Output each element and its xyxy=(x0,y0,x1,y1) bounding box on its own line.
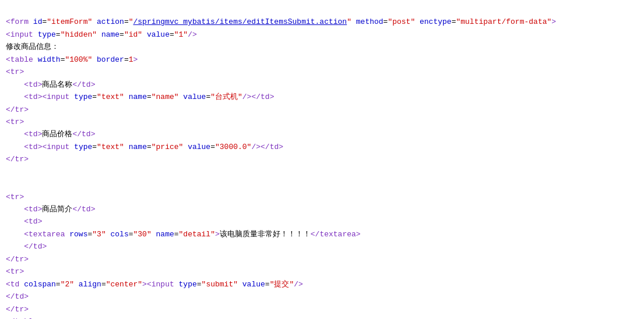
code-line-10: <td>商品价格</td> xyxy=(6,128,638,140)
code-line-19: </td> xyxy=(6,240,638,253)
code-line-9: <tr> xyxy=(6,116,638,128)
code-line-2: <input type="hidden" name="id" value="1"… xyxy=(6,29,638,41)
code-line-21: <tr> xyxy=(6,265,638,278)
code-line-6: <td>商品名称</td> xyxy=(6,79,638,91)
code-line-24: </tr> xyxy=(6,303,638,316)
code-line-5: <tr> xyxy=(6,66,638,78)
code-line-13 xyxy=(6,166,638,178)
code-container: <form id="itemForm" action="/springmvc_m… xyxy=(6,3,638,319)
code-line-14 xyxy=(6,178,638,190)
code-line-23: </td> xyxy=(6,290,638,303)
code-line-12: </tr> xyxy=(6,153,638,165)
code-line-17: <td> xyxy=(6,215,638,228)
code-line-11: <td><input type="text" name="price" valu… xyxy=(6,141,638,153)
code-line-4: <table width="100%" border=1> xyxy=(6,54,638,66)
code-line-18: <textarea rows="3" cols="30" name="detai… xyxy=(6,228,638,240)
code-line-22: <td colspan="2" align="center"><input ty… xyxy=(6,278,638,290)
code-line-1: <form id="itemForm" action="/springmvc_m… xyxy=(6,16,638,28)
code-line-15: <tr> xyxy=(6,191,638,203)
code-line-20: </tr> xyxy=(6,253,638,265)
code-line-3: 修改商品信息： xyxy=(6,41,638,53)
code-line-8: </tr> xyxy=(6,104,638,116)
code-line-16: <td>商品简介</td> xyxy=(6,203,638,215)
code-line-7: <td><input type="text" name="name" value… xyxy=(6,91,638,103)
code-line-25: </table> xyxy=(6,316,638,319)
